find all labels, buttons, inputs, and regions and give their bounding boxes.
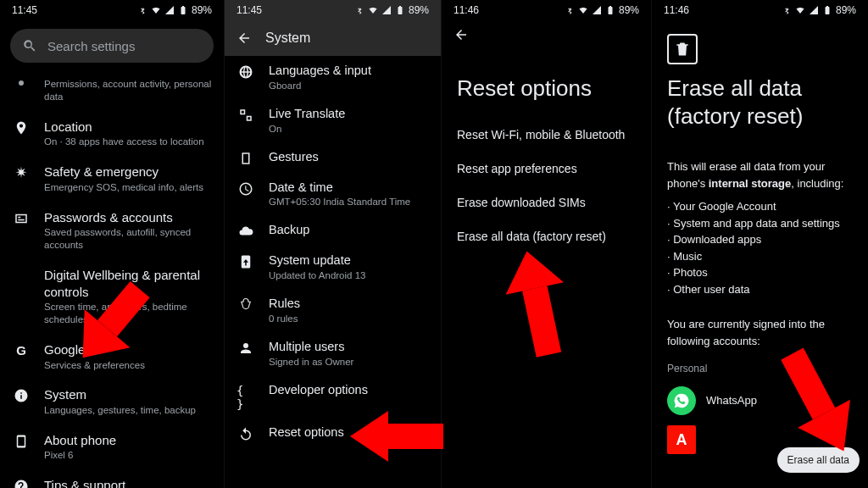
settings-item-about[interactable]: About phonePixel 6	[12, 424, 212, 469]
reset-icon	[238, 426, 253, 441]
erase-sims[interactable]: Erase downloaded SIMs	[442, 186, 651, 219]
update-icon	[238, 254, 253, 269]
status-bar: 11:46 89%	[442, 0, 651, 20]
system-item-users[interactable]: Multiple usersSigned in as Owner	[236, 332, 429, 375]
battery-icon	[178, 5, 188, 15]
wifi-icon	[578, 5, 588, 15]
back-icon[interactable]	[453, 27, 469, 42]
system-item-backup[interactable]: Backup	[236, 215, 429, 246]
status-bar: 11:45 89%	[225, 0, 441, 20]
google-icon: G	[16, 343, 26, 358]
signal-icon	[381, 5, 392, 15]
erase-all-panel: 11:46 89% Erase all data(factory reset) …	[651, 0, 868, 488]
adobe-icon: A	[667, 425, 696, 454]
settings-item-google[interactable]: G GoogleServices & preferences	[12, 334, 212, 379]
search-settings[interactable]: Search settings	[10, 29, 214, 63]
wifi-icon	[368, 5, 378, 15]
phone-icon	[14, 434, 29, 449]
settings-item-tips[interactable]: Tips & supportHelp articles, phone & cha…	[12, 469, 212, 488]
personal-label: Personal	[667, 361, 853, 376]
status-bar: 11:46 89%	[652, 0, 868, 20]
status-time: 11:45	[12, 4, 37, 16]
battery-percent: 89%	[192, 4, 212, 16]
whatsapp-icon	[667, 386, 696, 415]
location-icon	[14, 120, 29, 136]
system-item-rules[interactable]: Rules0 rules	[236, 289, 429, 332]
settings-item-wellbeing[interactable]: Digital Wellbeing & parental controlsScr…	[12, 259, 212, 334]
signal-icon	[809, 5, 819, 15]
battery-icon	[395, 5, 405, 15]
status-time: 11:46	[664, 4, 689, 16]
account-whatsapp: WhatsApp	[667, 386, 853, 415]
signal-icon	[164, 5, 175, 15]
status-icons: 89%	[565, 4, 639, 16]
battery-percent: 89%	[836, 4, 856, 16]
bluetooth-icon	[565, 5, 575, 15]
rules-icon	[238, 297, 253, 313]
search-icon	[22, 38, 37, 53]
users-icon	[238, 341, 253, 356]
asterisk-icon	[14, 165, 29, 180]
system-item-developer[interactable]: { } Developer options	[236, 375, 429, 418]
battery-icon	[605, 5, 615, 15]
erase-all-data-button[interactable]: Erase all data	[777, 447, 860, 473]
settings-item-passwords[interactable]: Passwords & accountsSaved passwords, aut…	[12, 202, 212, 259]
system-item-reset[interactable]: Reset options	[236, 418, 429, 448]
cloud-icon	[238, 224, 253, 239]
page-title: System	[265, 30, 310, 46]
wifi-icon	[151, 5, 161, 15]
clock-icon	[238, 181, 253, 197]
settings-item-safety[interactable]: Safety & emergencyEmergency SOS, medical…	[12, 156, 212, 201]
signed-in-text: You are currently signed into the follow…	[667, 316, 853, 349]
settings-item-location[interactable]: LocationOn · 38 apps have access to loca…	[12, 111, 212, 156]
status-bar: 11:45 89%	[0, 0, 224, 20]
status-time: 11:45	[236, 4, 262, 16]
status-icons: 89%	[782, 4, 856, 16]
erase-list: Your Google Account System and app data …	[667, 198, 853, 297]
system-item-date[interactable]: Date & timeGMT+05:30 India Standard Time	[236, 173, 429, 216]
wifi-icon	[795, 5, 805, 15]
system-item-update[interactable]: System updateUpdated to Android 13	[236, 246, 429, 289]
signal-icon	[592, 5, 602, 15]
reset-app-prefs[interactable]: Reset app preferences	[442, 152, 651, 186]
battery-percent: 89%	[409, 4, 429, 16]
trash-icon	[667, 34, 698, 64]
account-label: WhatsApp	[706, 392, 757, 409]
info-icon	[14, 388, 29, 403]
key-icon	[14, 211, 29, 226]
settings-item-privacy-partial[interactable]: Permissions, account activity, personal …	[12, 69, 212, 111]
translate-icon	[238, 108, 253, 123]
page-title: Erase all data(factory reset)	[652, 64, 868, 145]
status-time: 11:46	[453, 4, 479, 16]
reset-wifi[interactable]: Reset Wi-Fi, mobile & Bluetooth	[442, 118, 651, 152]
back-icon[interactable]	[236, 30, 252, 46]
title-bar: System	[225, 20, 441, 56]
bluetooth-icon	[782, 5, 792, 15]
reset-options-panel: 11:46 89% Reset options Reset Wi-Fi, mob…	[441, 0, 651, 488]
erase-all-data[interactable]: Erase all data (factory reset)	[442, 219, 651, 253]
page-title: Reset options	[442, 53, 651, 118]
erase-intro: This will erase all data from your phone…	[667, 158, 853, 191]
braces-icon: { }	[236, 384, 255, 411]
settings-item-system[interactable]: SystemLanguages, gestures, time, backup	[12, 379, 212, 424]
system-item-languages[interactable]: Languages & inputGboard	[236, 56, 429, 99]
settings-main-panel: 11:45 89% Search settings Permissions, a…	[0, 0, 224, 488]
system-item-translate[interactable]: Live TranslateOn	[236, 99, 429, 142]
bluetooth-icon	[354, 5, 364, 15]
status-icons: 89%	[354, 4, 429, 16]
gesture-icon	[238, 151, 253, 166]
globe-icon	[238, 64, 253, 80]
help-icon	[14, 479, 29, 488]
system-item-gestures[interactable]: Gestures	[236, 142, 429, 173]
bluetooth-icon	[137, 5, 147, 15]
battery-percent: 89%	[619, 4, 639, 16]
battery-icon	[822, 5, 832, 15]
system-panel: 11:45 89% System Languages & inputGboard…	[224, 0, 441, 488]
search-placeholder: Search settings	[47, 39, 135, 53]
status-icons: 89%	[137, 4, 212, 16]
